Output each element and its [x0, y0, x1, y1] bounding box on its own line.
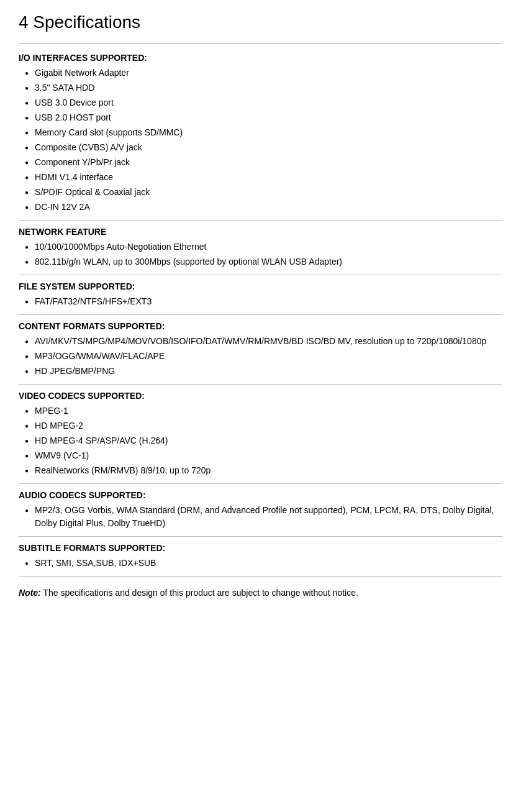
- list-item: HD MPEG-4 SP/ASP/AVC (H.264): [25, 434, 502, 447]
- section-network-feature: NETWORK FEATURE10/100/1000Mbps Auto-Nego…: [19, 227, 502, 268]
- list-item: Gigabit Network Adapter: [25, 66, 502, 80]
- list-item: Composite (CVBS) A/V jack: [25, 141, 502, 154]
- section-divider-audio-codecs: [19, 536, 502, 537]
- section-list-file-system: FAT/FAT32/NTFS/HFS+/EXT3: [19, 295, 502, 308]
- sections-container: I/O INTERFACES SUPPORTED:Gigabit Network…: [19, 53, 502, 577]
- list-item: HDMI V1.4 interface: [25, 171, 502, 184]
- section-list-io-interfaces: Gigabit Network Adapter3.5" SATA HDDUSB …: [19, 66, 502, 214]
- section-title-video-codecs: VIDEO CODECS SUPPORTED:: [19, 391, 502, 401]
- section-divider-content-formats: [19, 384, 502, 385]
- section-list-subtitle-formats: SRT, SMI, SSA,SUB, IDX+SUB: [19, 557, 502, 570]
- section-divider-network-feature: [19, 275, 502, 275]
- list-item: HD MPEG-2: [25, 419, 502, 432]
- list-item: 802.11b/g/n WLAN, up to 300Mbps (support…: [25, 255, 502, 268]
- section-content-formats: CONTENT FORMATS SUPPORTED:AVI/MKV/TS/MPG…: [19, 321, 502, 378]
- section-divider-file-system: [19, 314, 502, 315]
- section-divider-subtitle-formats: [19, 576, 502, 577]
- list-item: MP3/OGG/WMA/WAV/FLAC/APE: [25, 350, 502, 363]
- list-item: HD JPEG/BMP/PNG: [25, 365, 502, 378]
- list-item: MPEG-1: [25, 404, 502, 417]
- section-title-network-feature: NETWORK FEATURE: [19, 227, 502, 237]
- section-file-system: FILE SYSTEM SUPPORTED:FAT/FAT32/NTFS/HFS…: [19, 281, 502, 308]
- list-item: AVI/MKV/TS/MPG/MP4/MOV/VOB/ISO/IFO/DAT/W…: [25, 335, 502, 348]
- section-audio-codecs: AUDIO CODECS SUPPORTED:MP2/3, OGG Vorbis…: [19, 490, 502, 530]
- section-list-network-feature: 10/100/1000Mbps Auto-Negotiation Etherne…: [19, 240, 502, 268]
- list-item: DC-IN 12V 2A: [25, 201, 502, 214]
- section-subtitle-formats: SUBTITLE FORMATS SUPPORTED:SRT, SMI, SSA…: [19, 543, 502, 570]
- list-item: S/PDIF Optical & Coaxial jack: [25, 186, 502, 199]
- list-item: USB 2.0 HOST port: [25, 111, 502, 124]
- note-text: The specifications and design of this pr…: [41, 588, 358, 598]
- list-item: Component Y/Pb/Pr jack: [25, 156, 502, 169]
- list-item: 3.5" SATA HDD: [25, 81, 502, 94]
- section-io-interfaces: I/O INTERFACES SUPPORTED:Gigabit Network…: [19, 53, 502, 214]
- section-title-file-system: FILE SYSTEM SUPPORTED:: [19, 281, 502, 291]
- section-video-codecs: VIDEO CODECS SUPPORTED:MPEG-1HD MPEG-2HD…: [19, 391, 502, 477]
- section-title-io-interfaces: I/O INTERFACES SUPPORTED:: [19, 53, 502, 63]
- note-label: Note:: [19, 588, 41, 598]
- section-divider-io-interfaces: [19, 220, 502, 221]
- list-item: WMV9 (VC-1): [25, 449, 502, 462]
- list-item: MP2/3, OGG Vorbis, WMA Standard (DRM, an…: [25, 504, 502, 530]
- title-divider: [19, 43, 502, 44]
- section-title-subtitle-formats: SUBTITLE FORMATS SUPPORTED:: [19, 543, 502, 553]
- list-item: USB 3.0 Device port: [25, 96, 502, 109]
- section-list-audio-codecs: MP2/3, OGG Vorbis, WMA Standard (DRM, an…: [19, 504, 502, 530]
- note-section: Note: The specifications and design of t…: [19, 586, 502, 600]
- list-item: FAT/FAT32/NTFS/HFS+/EXT3: [25, 295, 502, 308]
- page-title: 4 Specifications: [19, 12, 502, 32]
- list-item: SRT, SMI, SSA,SUB, IDX+SUB: [25, 557, 502, 570]
- list-item: Memory Card slot (supports SD/MMC): [25, 126, 502, 139]
- list-item: RealNetworks (RM/RMVB) 8/9/10, up to 720…: [25, 464, 502, 477]
- section-list-content-formats: AVI/MKV/TS/MPG/MP4/MOV/VOB/ISO/IFO/DAT/W…: [19, 335, 502, 378]
- section-title-audio-codecs: AUDIO CODECS SUPPORTED:: [19, 490, 502, 500]
- section-divider-video-codecs: [19, 483, 502, 484]
- list-item: 10/100/1000Mbps Auto-Negotiation Etherne…: [25, 240, 502, 253]
- section-list-video-codecs: MPEG-1HD MPEG-2HD MPEG-4 SP/ASP/AVC (H.2…: [19, 404, 502, 477]
- section-title-content-formats: CONTENT FORMATS SUPPORTED:: [19, 321, 502, 331]
